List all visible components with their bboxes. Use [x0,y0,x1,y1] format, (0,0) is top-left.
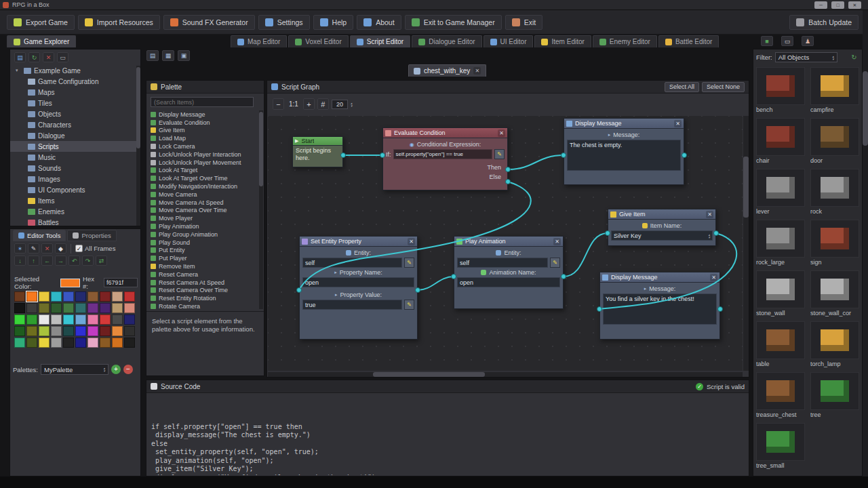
palette-swatch[interactable] [63,314,74,325]
asset-item[interactable]: tree [810,372,861,419]
select-all-button[interactable]: Select All [665,82,699,92]
node-close-icon[interactable]: ✕ [674,120,682,127]
palette-swatch[interactable] [124,303,135,313]
tree-item[interactable]: Enemies [10,206,140,217]
palette-list-item[interactable]: Put Player [148,254,256,262]
palette-swatch[interactable] [87,314,98,325]
palette-list-item[interactable]: Lock/Unlock Player Interaction [148,150,256,159]
tree-item[interactable]: Sounds [10,163,140,174]
graph-canvas[interactable]: ▶ Start Script begins here. Evaluate Con… [268,116,743,371]
remove-palette-button[interactable]: − [123,365,133,374]
node-display-message-1[interactable]: Display Message ✕ ▸ Message: The chest i… [564,118,684,185]
view-toggle-icon[interactable]: ▭ [781,36,793,46]
palette-list-item[interactable]: Move Player [148,214,256,222]
node-play-animation[interactable]: Play Animation ✕ Entity: self ✎ Animatio… [454,236,564,309]
asset-item[interactable]: stone_wall [756,270,806,317]
expander-icon[interactable]: ▾ [16,68,21,73]
node-close-icon[interactable]: ✕ [553,238,561,245]
mirror-rotate-tool-icon[interactable]: ↶ [68,256,80,266]
tree-item[interactable]: Scripts [10,141,140,152]
item-name-select[interactable]: Silver Key ▴▾ [611,230,713,241]
graph-vertical-scrollbar-thumb[interactable] [743,157,749,218]
palette-swatch[interactable] [75,291,86,302]
asset-item[interactable]: chair [756,118,806,165]
mirror-rotate-tool-icon[interactable]: ⇄ [96,256,107,266]
edit-value-button[interactable]: ✎ [404,300,414,310]
tree-item[interactable]: Images [10,174,140,184]
editor-tab[interactable]: Battle Editor [658,35,719,47]
palette-swatch[interactable] [26,314,37,325]
menu-button[interactable]: Exit to Game Manager [405,15,502,30]
message-text-field[interactable]: The chest is empty. [567,140,681,171]
node-header[interactable]: Give Item ✕ [608,209,715,220]
spinner-icon[interactable]: ▴▾ [103,367,105,372]
palette-list-item[interactable]: Move Camera At Speed [148,199,256,207]
node-start[interactable]: ▶ Start Script begins here. [292,136,343,167]
palette-scrollbar[interactable] [259,110,263,309]
maximize-button[interactable]: □ [831,1,844,9]
node-header[interactable]: Display Message ✕ [564,119,684,129]
edit-entity-button[interactable]: ✎ [550,258,560,268]
palette-swatch[interactable] [63,291,74,302]
layout-toggle-icon[interactable]: ▤ [146,50,159,61]
palette-swatch[interactable] [124,338,135,348]
message-text-field[interactable]: You find a silver key in the chest! [603,293,717,325]
palette-swatch[interactable] [14,291,25,302]
minimize-button[interactable]: ─ [814,1,827,9]
menu-button[interactable]: Sound FX Generator [163,15,255,30]
node-header[interactable]: Evaluate Condition ✕ [383,128,507,138]
filter-spinner-icon[interactable]: ▴▾ [832,55,834,60]
palette-list-item[interactable]: Reset Entity Rotation [148,294,256,302]
tool-icon[interactable]: ✕ [41,243,53,253]
editor-tab[interactable]: UI Editor [484,35,534,47]
tree-item[interactable]: Music [10,152,140,163]
palette-swatch[interactable] [51,326,62,336]
node-header[interactable]: Display Message ✕ [600,272,719,283]
mirror-rotate-tool-icon[interactable]: ← [41,256,53,266]
palette-list-item[interactable]: Display Message [148,110,256,119]
palette-list-item[interactable]: Modify Navigation/Interaction [148,182,256,190]
tools-tab[interactable]: Properties [67,230,116,241]
tree-item[interactable]: Maps [10,87,140,98]
menu-button[interactable]: Settings [258,15,310,30]
grid-size-input[interactable] [332,100,348,109]
entity-field[interactable]: self [457,258,548,268]
editor-tab[interactable]: Enemy Editor [593,35,657,47]
view-toggle-icon[interactable]: ♟ [802,36,814,46]
graph-vertical-scrollbar[interactable] [743,116,749,371]
property-name-field[interactable]: open [302,277,414,287]
explorer-tool-icon[interactable]: ▭ [57,52,68,62]
editor-tab[interactable]: Dialogue Editor [412,35,481,47]
palette-swatch[interactable] [100,291,111,302]
editor-tab[interactable]: Script Editor [350,35,410,47]
palette-list-item[interactable]: Reset Camera At Speed [148,279,256,287]
asset-item[interactable]: rock [810,169,861,216]
edit-expression-button[interactable]: ✎ [494,149,505,159]
add-palette-button[interactable]: + [111,365,121,374]
mirror-rotate-tool-icon[interactable]: → [55,256,66,266]
palette-list-item[interactable]: Move Camera Over Time [148,207,256,215]
edit-entity-button[interactable]: ✎ [404,258,414,268]
palette-swatch[interactable] [63,338,74,348]
editor-tab[interactable]: Item Editor [534,35,591,47]
palette-swatch[interactable] [63,326,74,336]
palette-swatch[interactable] [75,326,86,336]
node-close-icon[interactable]: ✕ [710,274,717,281]
palette-list-item[interactable]: Look At Target Over Time [148,174,256,182]
tool-icon[interactable]: ✎ [28,243,39,253]
asset-item[interactable]: treasure_chest [756,372,806,419]
palette-swatch[interactable] [87,338,98,348]
select-none-button[interactable]: Select None [702,82,745,92]
selected-color-swatch[interactable] [60,279,80,287]
palette-list-item[interactable]: Lock Camera [148,142,256,150]
palette-list-item[interactable]: Play Group Animation [148,230,256,239]
mirror-rotate-tool-icon[interactable]: ↷ [82,256,94,266]
explorer-tool-icon[interactable]: ✕ [43,52,54,62]
layout-toggle-icon[interactable]: ▦ [162,50,174,61]
tools-tab[interactable]: Editor Tools [13,230,66,241]
tree-item[interactable]: UI Components [10,184,140,195]
tree-item[interactable]: Dialogue [10,130,140,141]
zoom-reset-button[interactable]: 1:1 [287,100,300,108]
palette-list-item[interactable]: Lock/Unlock Player Movement [148,159,256,167]
palette-swatch[interactable] [124,314,135,325]
